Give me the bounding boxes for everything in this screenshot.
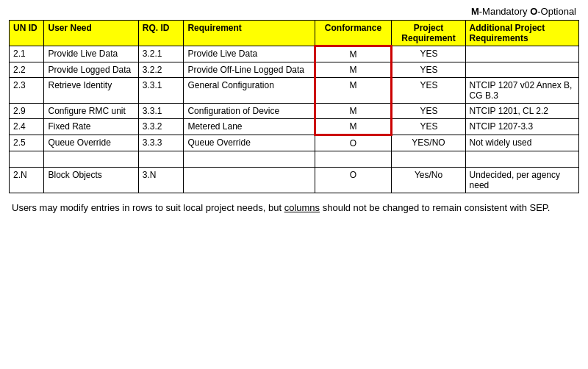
cell-conformance: M [315, 46, 392, 62]
cell-rq-id [138, 151, 184, 168]
cell-requirement: Configuration of Device [184, 104, 315, 119]
cell-conformance: M [315, 104, 392, 119]
cell-project-req: YES [392, 46, 465, 62]
cell-additional: NTCIP 1201, CL 2.2 [465, 104, 578, 119]
cell-un-id [10, 151, 44, 168]
cell-project-req: YES [392, 62, 465, 78]
cell-project-req: YES [392, 78, 465, 104]
cell-user-need [44, 151, 138, 168]
cell-conformance [315, 151, 392, 168]
cell-un-id: 2.1 [10, 46, 44, 62]
cell-requirement: Provide Off-Line Logged Data [184, 62, 315, 78]
footnote-underline: columns [284, 202, 320, 213]
cell-project-req: YES [392, 104, 465, 119]
cell-requirement: General Configuration [184, 78, 315, 104]
cell-conformance: M [315, 119, 392, 135]
cell-rq-id: 3.3.3 [138, 135, 184, 151]
legend-o: O [530, 6, 537, 17]
footnote: Users may modify entries in rows to suit… [9, 201, 579, 215]
footnote-line2: should not be changed to remain consiste… [320, 202, 550, 213]
cell-requirement [184, 168, 315, 193]
cell-un-id: 2.9 [10, 104, 44, 119]
cell-un-id: 2.3 [10, 78, 44, 104]
cell-conformance: O [315, 135, 392, 151]
cell-rq-id: 3.2.1 [138, 46, 184, 62]
cell-conformance: M [315, 78, 392, 104]
cell-additional: NTCIP 1207 v02 Annex B, CG B.3 [465, 78, 578, 104]
header-conformance: Conformance [315, 21, 392, 46]
cell-project-req [392, 151, 465, 168]
requirements-table: UN ID User Need RQ. ID Requirement Confo… [9, 20, 579, 193]
cell-project-req: Yes/No [392, 168, 465, 193]
cell-additional [465, 151, 578, 168]
cell-user-need: Block Objects [44, 168, 138, 193]
cell-requirement: Queue Override [184, 135, 315, 151]
cell-rq-id: 3.3.1 [138, 104, 184, 119]
cell-additional [465, 46, 578, 62]
cell-additional: Undecided, per agency need [465, 168, 578, 193]
header-rq-id: RQ. ID [138, 21, 184, 46]
cell-conformance: M [315, 62, 392, 78]
cell-user-need: Queue Override [44, 135, 138, 151]
cell-requirement: Metered Lane [184, 119, 315, 135]
header-un-id: UN ID [10, 21, 44, 46]
legend: M-Mandatory O-Optional [9, 6, 579, 17]
header-additional: Additional Project Requirements [465, 21, 578, 46]
cell-un-id: 2.N [10, 168, 44, 193]
header-user-need: User Need [44, 21, 138, 46]
cell-user-need: Configure RMC unit [44, 104, 138, 119]
header-requirement: Requirement [184, 21, 315, 46]
cell-project-req: YES [392, 119, 465, 135]
cell-rq-id: 3.N [138, 168, 184, 193]
cell-user-need: Retrieve Identity [44, 78, 138, 104]
cell-requirement [184, 151, 315, 168]
cell-un-id: 2.4 [10, 119, 44, 135]
cell-rq-id: 3.2.2 [138, 62, 184, 78]
cell-conformance: O [315, 168, 392, 193]
cell-un-id: 2.2 [10, 62, 44, 78]
cell-additional [465, 62, 578, 78]
cell-rq-id: 3.3.1 [138, 78, 184, 104]
cell-project-req: YES/NO [392, 135, 465, 151]
cell-user-need: Provide Logged Data [44, 62, 138, 78]
cell-additional: Not widely used [465, 135, 578, 151]
cell-user-need: Provide Live Data [44, 46, 138, 62]
cell-user-need: Fixed Rate [44, 119, 138, 135]
cell-un-id: 2.5 [10, 135, 44, 151]
legend-m: M [471, 6, 479, 17]
cell-rq-id: 3.3.2 [138, 119, 184, 135]
cell-requirement: Provide Live Data [184, 46, 315, 62]
cell-additional: NTCIP 1207-3.3 [465, 119, 578, 135]
footnote-line1: Users may modify entries in rows to suit… [12, 202, 284, 213]
header-project-req: Project Requirement [392, 21, 465, 46]
